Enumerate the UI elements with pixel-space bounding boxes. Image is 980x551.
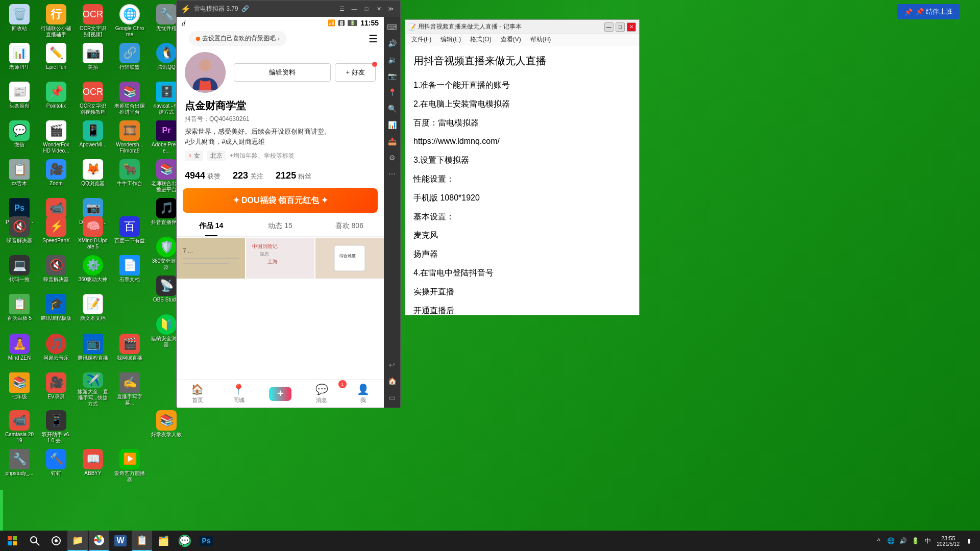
show-desktop[interactable]: ▮ xyxy=(964,536,974,546)
desktop-icon-ev[interactable]: 🎥 EV录屏 xyxy=(39,370,74,409)
desktop-icon-shuangkai[interactable]: 📱 双开助手 v6.1.0 去... xyxy=(39,408,74,447)
desktop-icon-speedpan[interactable]: ⚡ SpeedPanX xyxy=(39,214,74,253)
desktop-icon-camtasia[interactable]: 📹 Camtasia 2019 xyxy=(2,408,37,447)
desktop-icon-abbyy[interactable]: 📖 ABBYY xyxy=(76,447,110,486)
menu-file[interactable]: 文件(F) xyxy=(407,34,435,45)
volume-up-tool[interactable]: 🔊 xyxy=(385,36,399,51)
nav-messages[interactable]: 💬 消息 1 xyxy=(301,383,342,404)
desktop-icon-baiwo[interactable]: 📋 百沃白板 5 xyxy=(2,292,37,331)
tab-dynamics[interactable]: 动态 15 xyxy=(246,216,314,236)
taskbar-word[interactable]: W xyxy=(110,531,131,551)
desktop-icon-qq[interactable]: 🦊 QQ浏览器 xyxy=(76,157,110,196)
desktop-icon-tengxunke2[interactable]: 📺 腾讯课程直播 xyxy=(76,332,110,370)
location-tool[interactable]: 📍 xyxy=(385,85,399,99)
desktop-icon-xunlian[interactable]: 🔗 行辅联盟 xyxy=(112,41,147,80)
desktop-icon-chrome[interactable]: 🌐 Google Chrome xyxy=(112,2,147,41)
content-thumb-2[interactable]: 中国历险记 深思 上海 xyxy=(246,238,314,279)
desktop-icon-niutu[interactable]: 🐂 牛牛工作台 xyxy=(112,157,147,196)
content-thumb-1[interactable]: 7 ... xyxy=(177,238,245,279)
content-thumb-3[interactable]: 综合难度 xyxy=(315,238,384,279)
nav-local[interactable]: 📍 同城 xyxy=(218,383,259,404)
desktop-icon-zoom[interactable]: 🎥 Zoom xyxy=(39,157,74,196)
taskbar-cortana[interactable] xyxy=(46,531,66,551)
more-tool[interactable]: ⋯ xyxy=(385,167,399,181)
desktop-icon-daima[interactable]: 💻 代码一推 xyxy=(2,253,37,292)
desktop-icon-chuizi[interactable]: 🔨 钉钉 xyxy=(39,447,74,486)
desktop-icon-lvyou[interactable]: ✈️ 旅游大全—直播手写...快捷方式 xyxy=(76,370,110,409)
volume-down-tool[interactable]: 🔉 xyxy=(385,53,399,67)
notepad-content[interactable]: 用抖音视频直播来做无人直播 1.准备一个能开直播的账号 2.在电脑上安装雷电模拟… xyxy=(405,45,639,315)
menu-format[interactable]: 格式(O) xyxy=(466,34,495,45)
tab-likes[interactable]: 喜欢 806 xyxy=(315,216,384,236)
desktop-icon-meipai[interactable]: 📷 美拍 xyxy=(76,41,110,80)
desktop-icon-weixin[interactable]: 💬 微信 xyxy=(2,118,37,157)
tray-network[interactable]: 🌐 xyxy=(886,536,896,546)
tray-battery[interactable]: 🔋 xyxy=(911,536,921,546)
taskbar-wechat[interactable]: 💬 xyxy=(175,531,195,551)
edit-profile-button[interactable]: 编辑资料 xyxy=(234,63,331,82)
desktop-icon-360shen[interactable]: ⚙️ 360驱动大神 xyxy=(76,253,110,292)
menu-edit[interactable]: 编辑(E) xyxy=(436,34,465,45)
dou-banner[interactable]: ✦ DOU福袋 领百元红包 ✦ xyxy=(183,188,378,213)
desktop-icon-shouxie[interactable]: ✍️ 直播手写字幕... xyxy=(112,370,147,409)
create-button[interactable]: + xyxy=(269,387,291,401)
screenshot-tool[interactable]: 📷 xyxy=(385,69,399,83)
start-button[interactable] xyxy=(2,531,22,551)
desktop-icon-toutiao[interactable]: 📰 头条原创 xyxy=(2,80,37,118)
desktop-icon-wangke[interactable]: 🎬 我网课直播 xyxy=(112,332,147,370)
floating-action-button[interactable]: 📌 📌 结伴上班 xyxy=(897,4,960,19)
taskbar-time-display[interactable]: 23:55 2021/5/12 xyxy=(937,535,960,547)
desktop-icon-epic[interactable]: ✏️ Epic Pen xyxy=(39,41,74,80)
notification-banner[interactable]: 去设置自己喜欢的背景图吧 › xyxy=(189,31,287,46)
desktop-icon-baidu[interactable]: 百 百度一下有益 xyxy=(112,214,147,253)
desktop-icon-qinianjia[interactable]: 📚 七年级 xyxy=(2,370,37,409)
desktop-icon-phpstudy[interactable]: 🔧 phpstudy_... xyxy=(2,447,37,486)
sidebar-toggle[interactable]: ≫ xyxy=(386,5,396,13)
desktop-icon-xunlei[interactable]: 行 行辅联公小辅直播辅手 xyxy=(39,2,74,41)
settings-tool[interactable]: ⚙ xyxy=(385,151,399,165)
desktop-icon-ppt[interactable]: 📊 老师PPT xyxy=(2,41,37,80)
nav-profile[interactable]: 👤 我 xyxy=(342,383,384,404)
menu-help[interactable]: 帮助(H) xyxy=(526,34,555,45)
tab-works[interactable]: 作品 14 xyxy=(177,216,246,236)
desktop-icon-csatu[interactable]: 📋 cs舌木 xyxy=(2,157,37,196)
notepad-close[interactable]: ✕ xyxy=(627,22,636,32)
desktop-icon-recycle[interactable]: 🗑️ 回收站 xyxy=(2,2,37,41)
desktop-icon-apowermi[interactable]: 📱 ApowerMi... xyxy=(76,118,110,157)
nav-home[interactable]: 🏠 首页 xyxy=(177,383,218,404)
desktop-icon-ocr[interactable]: OCR OCR文字识别[视频] xyxy=(76,2,110,41)
menu-icon[interactable]: ☰ xyxy=(369,33,378,45)
desktop-icon-pointofix[interactable]: 📌 Pointofix xyxy=(39,80,74,118)
add-friend-button[interactable]: + 好友 xyxy=(335,63,376,82)
desktop-icon-xmind[interactable]: 🧠 XMind 8 Update 5 xyxy=(76,214,110,253)
notepad-maximize[interactable]: □ xyxy=(616,22,625,32)
zoom-tool[interactable]: 🔍 xyxy=(385,102,399,116)
taskbar-photoshop-ps[interactable]: Ps xyxy=(196,531,216,551)
desktop-icon-lianhe[interactable]: 📚 老师联合出课推进平台 xyxy=(112,80,147,118)
desktop-icon-mindzen[interactable]: 🧘 Mind ZEN xyxy=(2,332,37,370)
tray-volume[interactable]: 🔊 xyxy=(898,536,909,546)
desktop-icon-wangyiyun[interactable]: 🎵 网易云音乐 xyxy=(39,332,74,370)
nav-create[interactable]: + xyxy=(259,387,301,401)
install-tool[interactable]: 📥 xyxy=(385,134,399,148)
add-tags-button[interactable]: +增加年龄、学校等标签 xyxy=(230,152,295,160)
desktop-icon-ocr3[interactable]: OCR OCR文字识别视频教程 xyxy=(76,80,110,118)
home-tool[interactable]: 🏠 xyxy=(385,374,399,388)
desktop-icon-aiqisi[interactable]: ▶️ 爱奇艺万能播器 xyxy=(112,447,147,486)
taskbar-chrome-app[interactable] xyxy=(89,531,109,551)
desktop-icon-shiyun[interactable]: 📄 石墨文档 xyxy=(112,253,147,292)
desktop-icon-xiaoshu[interactable]: 🔇 噪音解决器 xyxy=(2,214,37,253)
menu-button[interactable]: ☰ xyxy=(337,5,347,13)
desktop-icon-wondersh[interactable]: 🎞️ Wondersh... Filmora9 xyxy=(112,118,147,157)
data-tool[interactable]: 📊 xyxy=(385,118,399,132)
keyboard-tool[interactable]: ⌨ xyxy=(385,20,399,34)
tray-up-arrow[interactable]: ^ xyxy=(874,536,884,546)
notepad-minimize[interactable]: — xyxy=(604,22,614,32)
desktop-icon-tengxunke[interactable]: 🎓 腾讯课程极版 xyxy=(39,292,74,331)
menu-view[interactable]: 查看(V) xyxy=(497,34,525,45)
tray-ime[interactable]: 中 xyxy=(923,536,933,546)
desktop-icon-xinwen[interactable]: 📝 新文本文档 xyxy=(76,292,110,331)
taskbar-search[interactable] xyxy=(24,531,45,551)
close-button[interactable]: ✕ xyxy=(374,5,384,13)
desktop-icon-wonderfox[interactable]: 🎬 WonderFox HD Video... xyxy=(39,118,74,157)
